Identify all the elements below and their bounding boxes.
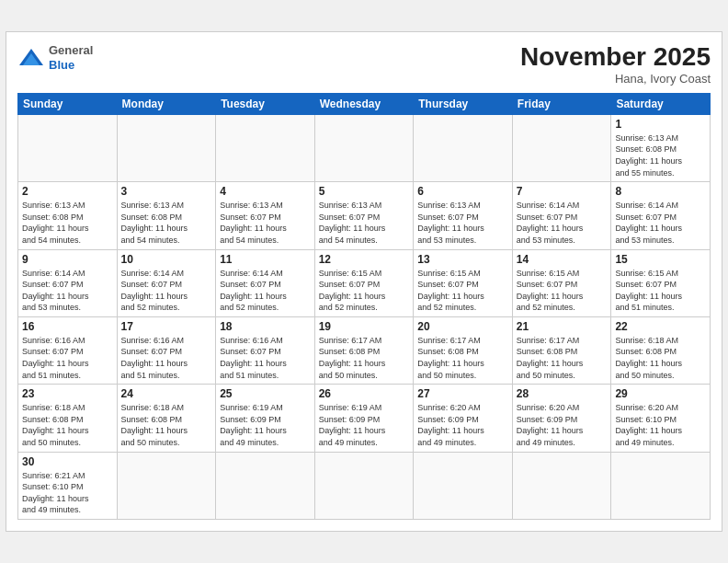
calendar-cell: [512, 452, 611, 519]
calendar-cell: 16Sunrise: 6:16 AM Sunset: 6:07 PM Dayli…: [18, 316, 118, 384]
day-number: 28: [517, 387, 608, 400]
calendar-cell: [117, 114, 216, 181]
day-info: Sunrise: 6:17 AM Sunset: 6:08 PM Dayligh…: [517, 335, 608, 381]
weekday-header-thursday: Thursday: [414, 93, 513, 114]
calendar-cell: [512, 114, 611, 181]
day-number: 9: [22, 253, 113, 266]
day-number: 24: [121, 387, 212, 400]
calendar-cell: [414, 114, 513, 181]
calendar-cell: 19Sunrise: 6:17 AM Sunset: 6:08 PM Dayli…: [314, 316, 414, 384]
calendar-cell: 4Sunrise: 6:13 AM Sunset: 6:07 PM Daylig…: [216, 182, 315, 249]
day-number: 13: [417, 253, 508, 266]
calendar-cell: 2Sunrise: 6:13 AM Sunset: 6:08 PM Daylig…: [18, 182, 118, 249]
day-info: Sunrise: 6:16 AM Sunset: 6:07 PM Dayligh…: [220, 335, 311, 381]
calendar-cell: 14Sunrise: 6:15 AM Sunset: 6:07 PM Dayli…: [512, 249, 611, 316]
logo-general: General: [49, 43, 93, 57]
day-info: Sunrise: 6:13 AM Sunset: 6:08 PM Dayligh…: [121, 200, 212, 246]
day-number: 16: [22, 320, 113, 333]
day-info: Sunrise: 6:18 AM Sunset: 6:08 PM Dayligh…: [22, 402, 113, 448]
calendar-cell: 1Sunrise: 6:13 AM Sunset: 6:08 PM Daylig…: [611, 114, 711, 181]
day-info: Sunrise: 6:13 AM Sunset: 6:07 PM Dayligh…: [220, 200, 311, 246]
calendar-cell: [414, 452, 513, 519]
calendar-cell: 29Sunrise: 6:20 AM Sunset: 6:10 PM Dayli…: [611, 385, 711, 452]
day-number: 30: [22, 455, 113, 468]
calendar-week-5: 23Sunrise: 6:18 AM Sunset: 6:08 PM Dayli…: [18, 385, 711, 452]
day-number: 17: [121, 320, 212, 333]
calendar-cell: 5Sunrise: 6:13 AM Sunset: 6:07 PM Daylig…: [314, 182, 414, 249]
calendar-cell: 8Sunrise: 6:14 AM Sunset: 6:07 PM Daylig…: [611, 182, 711, 249]
day-number: 29: [615, 387, 706, 400]
weekday-header-tuesday: Tuesday: [216, 93, 315, 114]
calendar-cell: [216, 452, 315, 519]
day-info: Sunrise: 6:19 AM Sunset: 6:09 PM Dayligh…: [220, 402, 311, 448]
day-info: Sunrise: 6:15 AM Sunset: 6:07 PM Dayligh…: [517, 268, 608, 314]
day-number: 2: [22, 185, 113, 198]
calendar-cell: 27Sunrise: 6:20 AM Sunset: 6:09 PM Dayli…: [414, 385, 513, 452]
calendar-cell: 17Sunrise: 6:16 AM Sunset: 6:07 PM Dayli…: [117, 316, 216, 384]
day-info: Sunrise: 6:13 AM Sunset: 6:07 PM Dayligh…: [319, 200, 410, 246]
calendar-week-3: 9Sunrise: 6:14 AM Sunset: 6:07 PM Daylig…: [18, 249, 711, 316]
day-number: 18: [220, 320, 311, 333]
day-number: 15: [615, 253, 706, 266]
day-number: 12: [319, 253, 410, 266]
calendar-cell: 3Sunrise: 6:13 AM Sunset: 6:08 PM Daylig…: [117, 182, 216, 249]
day-info: Sunrise: 6:14 AM Sunset: 6:07 PM Dayligh…: [517, 200, 608, 246]
day-number: 26: [319, 387, 410, 400]
day-info: Sunrise: 6:15 AM Sunset: 6:07 PM Dayligh…: [417, 268, 508, 314]
calendar-cell: 13Sunrise: 6:15 AM Sunset: 6:07 PM Dayli…: [414, 249, 513, 316]
calendar-cell: [117, 452, 216, 519]
calendar-container: General Blue November 2025 Hana, Ivory C…: [6, 31, 722, 532]
day-info: Sunrise: 6:15 AM Sunset: 6:07 PM Dayligh…: [319, 268, 410, 314]
calendar-cell: [18, 114, 118, 181]
day-info: Sunrise: 6:21 AM Sunset: 6:10 PM Dayligh…: [22, 470, 113, 516]
day-number: 7: [517, 185, 608, 198]
day-info: Sunrise: 6:14 AM Sunset: 6:07 PM Dayligh…: [121, 268, 212, 314]
day-number: 25: [220, 387, 311, 400]
day-info: Sunrise: 6:16 AM Sunset: 6:07 PM Dayligh…: [121, 335, 212, 381]
day-info: Sunrise: 6:20 AM Sunset: 6:09 PM Dayligh…: [517, 402, 608, 448]
day-info: Sunrise: 6:14 AM Sunset: 6:07 PM Dayligh…: [615, 200, 706, 246]
day-info: Sunrise: 6:20 AM Sunset: 6:10 PM Dayligh…: [615, 402, 706, 448]
calendar-cell: [611, 452, 711, 519]
calendar-cell: 12Sunrise: 6:15 AM Sunset: 6:07 PM Dayli…: [314, 249, 414, 316]
day-number: 4: [220, 185, 311, 198]
logo-icon: [17, 47, 45, 69]
calendar-week-6: 30Sunrise: 6:21 AM Sunset: 6:10 PM Dayli…: [18, 452, 711, 519]
calendar-cell: 15Sunrise: 6:15 AM Sunset: 6:07 PM Dayli…: [611, 249, 711, 316]
day-number: 19: [319, 320, 410, 333]
calendar-cell: 18Sunrise: 6:16 AM Sunset: 6:07 PM Dayli…: [216, 316, 315, 384]
day-number: 10: [121, 253, 212, 266]
weekday-header-row: SundayMondayTuesdayWednesdayThursdayFrid…: [18, 93, 711, 114]
day-number: 23: [22, 387, 113, 400]
day-info: Sunrise: 6:13 AM Sunset: 6:07 PM Dayligh…: [417, 200, 508, 246]
calendar-week-2: 2Sunrise: 6:13 AM Sunset: 6:08 PM Daylig…: [18, 182, 711, 249]
day-number: 14: [517, 253, 608, 266]
day-info: Sunrise: 6:19 AM Sunset: 6:09 PM Dayligh…: [319, 402, 410, 448]
day-info: Sunrise: 6:16 AM Sunset: 6:07 PM Dayligh…: [22, 335, 113, 381]
day-number: 3: [121, 185, 212, 198]
calendar-header: General Blue November 2025 Hana, Ivory C…: [17, 43, 711, 86]
calendar-cell: 21Sunrise: 6:17 AM Sunset: 6:08 PM Dayli…: [512, 316, 611, 384]
day-info: Sunrise: 6:17 AM Sunset: 6:08 PM Dayligh…: [319, 335, 410, 381]
calendar-cell: 25Sunrise: 6:19 AM Sunset: 6:09 PM Dayli…: [216, 385, 315, 452]
day-number: 20: [417, 320, 508, 333]
calendar-cell: 24Sunrise: 6:18 AM Sunset: 6:08 PM Dayli…: [117, 385, 216, 452]
calendar-cell: 6Sunrise: 6:13 AM Sunset: 6:07 PM Daylig…: [414, 182, 513, 249]
weekday-header-wednesday: Wednesday: [314, 93, 414, 114]
day-info: Sunrise: 6:13 AM Sunset: 6:08 PM Dayligh…: [615, 132, 706, 178]
day-info: Sunrise: 6:15 AM Sunset: 6:07 PM Dayligh…: [615, 268, 706, 314]
day-number: 6: [417, 185, 508, 198]
day-info: Sunrise: 6:20 AM Sunset: 6:09 PM Dayligh…: [417, 402, 508, 448]
calendar-cell: 7Sunrise: 6:14 AM Sunset: 6:07 PM Daylig…: [512, 182, 611, 249]
day-info: Sunrise: 6:13 AM Sunset: 6:08 PM Dayligh…: [22, 200, 113, 246]
day-number: 21: [517, 320, 608, 333]
calendar-cell: 22Sunrise: 6:18 AM Sunset: 6:08 PM Dayli…: [611, 316, 711, 384]
weekday-header-saturday: Saturday: [611, 93, 711, 114]
calendar-cell: 11Sunrise: 6:14 AM Sunset: 6:07 PM Dayli…: [216, 249, 315, 316]
logo-text: General Blue: [49, 43, 93, 72]
calendar-cell: 28Sunrise: 6:20 AM Sunset: 6:09 PM Dayli…: [512, 385, 611, 452]
day-number: 1: [615, 118, 706, 131]
month-title: November 2025: [520, 43, 711, 72]
day-info: Sunrise: 6:18 AM Sunset: 6:08 PM Dayligh…: [121, 402, 212, 448]
calendar-cell: 26Sunrise: 6:19 AM Sunset: 6:09 PM Dayli…: [314, 385, 414, 452]
